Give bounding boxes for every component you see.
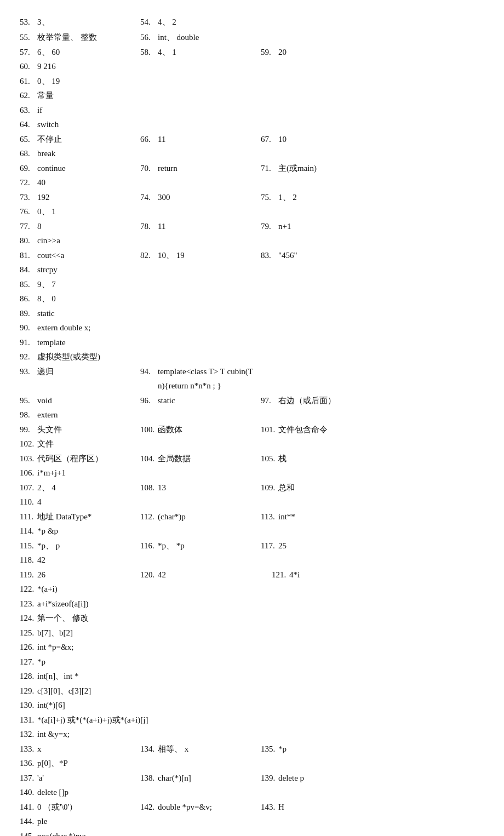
item-num: 59. (261, 45, 277, 60)
cell-12-1: 92. 虚拟类型(或类型) (20, 350, 381, 364)
item-num: 70. (140, 162, 157, 176)
cell-11-0: 89. static (20, 307, 261, 321)
item-val: return (158, 162, 177, 176)
item-val: 20 (278, 45, 287, 60)
cell-4-1: 64. switch (20, 118, 261, 132)
item-num: 114. (20, 524, 36, 539)
item-val: static (158, 394, 175, 408)
item-num: 123. (20, 597, 36, 611)
item-num: 105. (261, 452, 277, 466)
item-num: 129. (20, 684, 36, 698)
cell-9-2: 83. "456" (261, 249, 381, 263)
item-val: 0、 19 (37, 75, 60, 89)
item-num: 102. (20, 437, 36, 451)
cell-5-0: 65. 不停止 (20, 133, 140, 147)
item-num: 122. (20, 582, 36, 597)
item-val: ple (37, 815, 47, 829)
row-10: 85. 9、 786. 8、 0 (20, 278, 484, 306)
item-val: break (37, 147, 55, 161)
item-num: 100. (140, 423, 157, 437)
item-val: 192 (37, 191, 50, 205)
item-num: 142. (140, 800, 157, 815)
row-19: 115. *p、 p116. *p、 *p117. 25118. 42 (20, 539, 484, 567)
item-num: 67. (261, 133, 277, 147)
item-num: 143. (261, 800, 277, 815)
item-num: 130. (20, 698, 36, 713)
cell-8-0: 77. 8 (20, 220, 140, 234)
row-25: 131. *(a[i]+j) 或*(*(a+i)+j)或*(a+i)[j]132… (20, 713, 484, 741)
item-num: 126. (20, 640, 36, 655)
item-val: 'a' (37, 771, 44, 786)
item-num: 64. (20, 118, 36, 132)
cell-26-3: 136. p[0]、*P (20, 757, 140, 771)
item-num: 134. (140, 742, 157, 757)
row-24: 129. c[3][0]、c[3][2]130. int(*)[6] (20, 684, 484, 712)
item-val: *p、 *p (158, 539, 185, 553)
cell-1-1: 56. int、 double (140, 31, 261, 45)
cell-18-3: 114. *p &p (20, 524, 140, 539)
item-num: 93. (20, 365, 36, 379)
row-7: 73. 19274. 30075. 1、 276. 0、 1 (20, 191, 484, 219)
item-val: 右边（或后面） (278, 394, 336, 408)
cell-0-1: 54. 4、 2 (140, 15, 261, 30)
cell-10-1: 86. 8、 0 (20, 292, 261, 306)
item-num: 81. (20, 249, 36, 263)
item-val: char(*)[n] (158, 771, 191, 786)
item-num: 96. (140, 394, 157, 408)
row-0: 53. 3、54. 4、 2 (20, 15, 484, 30)
item-val: 42 (37, 553, 45, 568)
cell-27-1: 138. char(*)[n] (140, 771, 261, 786)
row-3: 61. 0、 1962. 常量 (20, 75, 484, 102)
row-1: 55. 枚举常量、 整数56. int、 double (20, 31, 484, 45)
cell-20-2: 121. 4*i (272, 568, 392, 582)
item-num: 92. (20, 350, 36, 364)
item-val: extern (37, 408, 58, 422)
item-val: 总和 (278, 481, 295, 495)
item-val: b[7]、b[2] (37, 626, 73, 640)
item-val: *(a[i]+j) 或*(*(a+i)+j)或*(a+i)[j] (37, 713, 148, 728)
row-21: 123. a+i*sizeof(a[i])124. 第一个、 修改 (20, 597, 484, 625)
cell-9-0: 81. cout<<a (20, 249, 140, 263)
row-28: 141. 0 （或'\0'）142. double *pv=&v;143. H1… (20, 800, 484, 828)
row-22: 125. b[7]、b[2]126. int *p=&x; (20, 626, 484, 654)
item-val: x (37, 742, 42, 757)
row-26: 133. x134. 相等、 x135. *p136. p[0]、*P (20, 742, 484, 770)
item-val: 1、 2 (278, 191, 297, 205)
main-content: 53. 3、54. 4、 255. 枚举常量、 整数56. int、 doubl… (20, 15, 484, 836)
item-val: template<class T> T cubin(T n){return n*… (158, 365, 261, 393)
cell-0-0: 53. 3、 (20, 15, 140, 30)
cell-25-1: 132. int &y=x; (20, 728, 261, 742)
row-29: 145. pc=(char *)pv;146. int (*p)[100]=b; (20, 829, 484, 836)
item-num: 133. (20, 742, 36, 757)
item-num: 136. (20, 757, 36, 771)
item-num: 83. (261, 249, 277, 263)
item-val: a+i*sizeof(a[i]) (37, 597, 88, 611)
cell-28-3: 144. ple (20, 815, 140, 829)
item-num: 57. (20, 45, 36, 60)
row-23: 127. *p128. int[n]、int * (20, 655, 484, 683)
cell-27-2: 139. delete p (261, 771, 381, 786)
item-val: extern double x; (37, 321, 90, 335)
item-val: 0 （或'\0'） (37, 800, 77, 815)
cell-17-3: 110. 4 (20, 495, 140, 509)
cell-19-0: 115. *p、 p (20, 539, 140, 553)
item-num: 56. (140, 31, 157, 45)
item-num: 139. (261, 771, 277, 786)
item-val: c[3][0]、c[3][2] (37, 684, 91, 698)
item-num: 69. (20, 162, 36, 176)
item-val: switch (37, 118, 59, 132)
cell-7-3: 76. 0、 1 (20, 205, 140, 219)
item-num: 113. (261, 510, 277, 524)
item-num: 117. (261, 539, 277, 553)
item-val: 0、 1 (37, 205, 56, 219)
item-num: 72. (20, 176, 36, 190)
item-val: i*m+j+1 (37, 466, 66, 480)
item-val: cin>>a (37, 234, 60, 248)
item-val: 10 (278, 133, 287, 147)
cell-16-1: 104. 全局数据 (140, 452, 261, 466)
cell-9-1: 82. 10、 19 (140, 249, 261, 263)
cell-20-0: 119. 26 (20, 568, 140, 582)
cell-17-2: 109. 总和 (261, 481, 381, 495)
cell-26-1: 134. 相等、 x (140, 742, 261, 757)
row-11: 89. static90. extern double x; (20, 307, 484, 335)
